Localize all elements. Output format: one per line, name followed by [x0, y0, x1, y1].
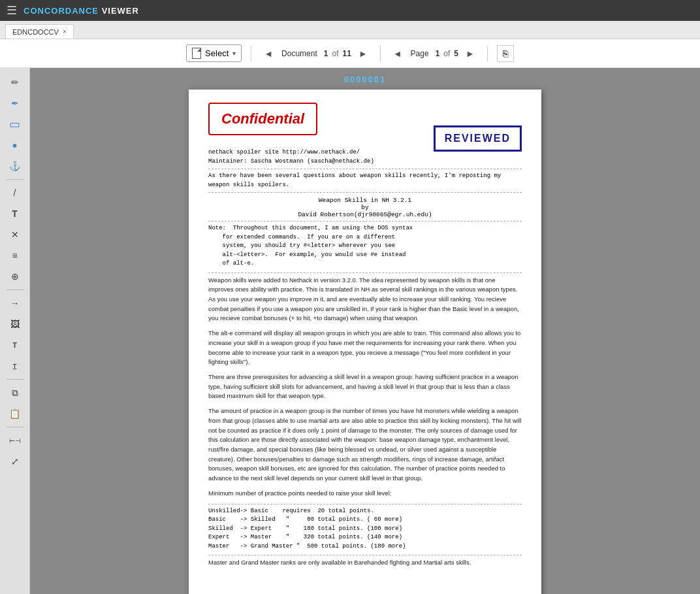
next-page-button[interactable]: ►: [462, 47, 478, 60]
rectangle-button[interactable]: ▭: [5, 115, 25, 133]
text-icon: T: [12, 208, 18, 219]
edit-icon: ✏: [11, 77, 19, 88]
reviewed-badge: REVIEWED: [434, 125, 522, 152]
tab-bar: EDNCDOCCV ×: [0, 21, 700, 39]
sidebar-divider-4: [6, 427, 24, 427]
select-dropdown[interactable]: Select ▾: [186, 44, 242, 62]
doc-current: 1: [323, 49, 330, 58]
doc-of: of: [332, 49, 339, 58]
repost-text: As there have been several questions abo…: [208, 172, 522, 190]
title-section: Weapon Skills in NH 3.2.1: [208, 197, 522, 204]
main-area: ✏ ✒ ▭ ● ⚓ / T ✕ ≡ ⊕ → 🖼 T T ⧉ 📋 ⊢⊣ ⤢ 000…: [0, 68, 700, 594]
highlight-icon: ✒: [11, 98, 19, 108]
document-page: Confidential REVIEWED nethack spoiler si…: [189, 90, 541, 594]
para-4: The amount of practice in a weapon group…: [208, 406, 522, 484]
text3-button[interactable]: T: [5, 357, 25, 375]
author-name: David Robertson(djr98665@egr.uh.edu): [208, 211, 522, 218]
tab-close-button[interactable]: ×: [63, 28, 67, 35]
nav-arrows-icon: ⊢⊣: [9, 437, 21, 444]
list-button[interactable]: ≡: [5, 246, 25, 265]
anchor-button[interactable]: ⚓: [5, 157, 25, 175]
tab-edncdoccv[interactable]: EDNCDOCCV ×: [5, 24, 74, 39]
separator-5: [208, 504, 522, 504]
doc-label: Document: [279, 49, 320, 58]
skill-table: Unskilled-> Basic requires 20 total poin…: [208, 507, 522, 552]
paste-button[interactable]: 📋: [5, 404, 25, 423]
separator-2: [208, 192, 522, 193]
select-label: Select: [205, 48, 229, 58]
chevron-down-icon: ▾: [232, 50, 236, 57]
page-label: Page: [408, 49, 432, 58]
circle-button[interactable]: ●: [5, 136, 25, 154]
divider-3: [487, 46, 488, 61]
reviewed-label: REVIEWED: [445, 133, 511, 144]
copy2-icon: ⧉: [12, 388, 18, 399]
anchor-icon: ⚓: [9, 161, 20, 171]
edit-button[interactable]: ✏: [5, 73, 25, 91]
line-icon: /: [14, 188, 16, 198]
para-5: Minimum number of practice points needed…: [208, 489, 522, 499]
confidential-box: Confidential: [208, 103, 317, 135]
page-of: of: [443, 49, 450, 58]
sidebar-divider-1: [6, 179, 24, 180]
copy2-button[interactable]: ⧉: [5, 384, 25, 402]
header-line-2: Maintainer: Sascha Wostmann (sascha@neth…: [208, 157, 522, 167]
document-nav: ◄ Document 1 of 11 ►: [261, 47, 370, 60]
confidential-label: Confidential: [221, 110, 304, 127]
stamp-button[interactable]: ⊕: [5, 267, 25, 286]
line-button[interactable]: /: [5, 184, 25, 202]
paste-icon: 📋: [9, 408, 20, 419]
para-2: The alt-e command will display all weapo…: [208, 329, 522, 367]
sidebar: ✏ ✒ ▭ ● ⚓ / T ✕ ≡ ⊕ → 🖼 T T ⧉ 📋 ⊢⊣ ⤢: [0, 68, 30, 594]
text3-icon: T: [13, 363, 17, 369]
page-total: 5: [453, 49, 460, 58]
document-viewer[interactable]: 0000001 Confidential REVIEWED nethack sp…: [30, 68, 700, 594]
toolbar: Select ▾ ◄ Document 1 of 11 ► ◄ Page 1 o…: [0, 39, 700, 68]
fullscreen-button[interactable]: ⤢: [5, 452, 25, 470]
circle-icon: ●: [12, 140, 17, 150]
separator-3: [208, 221, 522, 222]
cross-icon: ✕: [11, 229, 19, 240]
rectangle-icon: ▭: [9, 117, 20, 131]
cross-button[interactable]: ✕: [5, 225, 25, 244]
by-line: by: [208, 204, 522, 211]
image-button[interactable]: 🖼: [5, 315, 25, 333]
document-icon: [192, 48, 201, 59]
note-text: Note: Throughout this document, I am usi…: [208, 224, 522, 269]
page-current: 1: [434, 49, 441, 58]
copy-icon: ⎘: [503, 48, 508, 59]
image-icon: 🖼: [10, 319, 20, 329]
tab-label: EDNCDOCCV: [12, 28, 59, 36]
next-doc-button[interactable]: ►: [355, 47, 371, 60]
sidebar-divider-2: [6, 289, 24, 290]
prev-page-button[interactable]: ◄: [390, 47, 406, 60]
document-id: 0000001: [344, 74, 387, 84]
text-button[interactable]: T: [5, 205, 25, 223]
sidebar-divider-3: [6, 379, 24, 380]
separator-1: [208, 169, 522, 169]
para-3: There are three prerequisites for advanc…: [208, 372, 522, 401]
text2-icon: T: [12, 341, 17, 349]
divider-1: [251, 46, 251, 61]
page-nav: ◄ Page 1 of 5 ►: [390, 47, 478, 60]
doc-total: 11: [342, 49, 353, 58]
title-bar: ☰ CONCORDANCE VIEWER: [0, 0, 700, 21]
arrow-right-icon: →: [10, 298, 20, 308]
text2-button[interactable]: T: [5, 336, 25, 354]
arrow-button[interactable]: →: [5, 294, 25, 312]
prev-doc-button[interactable]: ◄: [261, 47, 276, 60]
app-title: CONCORDANCE VIEWER: [24, 6, 139, 16]
menu-icon[interactable]: ☰: [7, 3, 17, 18]
fullscreen-icon: ⤢: [11, 456, 19, 467]
separator-4: [208, 272, 522, 273]
nav-arrows-button[interactable]: ⊢⊣: [5, 431, 25, 450]
copy-button[interactable]: ⎘: [497, 45, 514, 62]
highlight-button[interactable]: ✒: [5, 94, 25, 112]
list-icon: ≡: [12, 250, 17, 261]
divider-2: [380, 46, 381, 61]
stamp-icon: ⊕: [11, 271, 19, 282]
para-1: Weapon skills were added to Nethack in v…: [208, 276, 522, 324]
para-6: Master and Grand Master ranks are only a…: [208, 558, 522, 568]
separator-6: [208, 555, 522, 555]
